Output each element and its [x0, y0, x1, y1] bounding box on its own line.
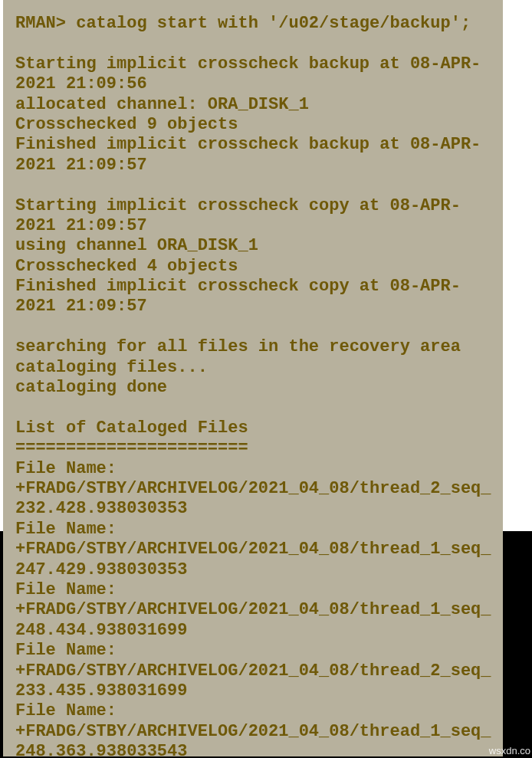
allocated-channel: allocated channel: ORA_DISK_1	[15, 95, 309, 114]
file-path-1: +FRADG/STBY/ARCHIVELOG/2021_04_08/thread…	[15, 479, 491, 518]
using-channel: using channel ORA_DISK_1	[15, 236, 258, 255]
cataloging-files: cataloging files...	[15, 358, 208, 377]
file-name-label: File Name:	[15, 580, 126, 599]
crosscheck-copy-finish: Finished implicit crosscheck copy at 08-…	[15, 277, 461, 316]
crosschecked-count-9: Crosschecked 9 objects	[15, 115, 238, 134]
crosscheck-copy-start: Starting implicit crosscheck copy at 08-…	[15, 196, 461, 235]
file-path-3: +FRADG/STBY/ARCHIVELOG/2021_04_08/thread…	[15, 600, 491, 639]
file-name-label: File Name:	[15, 520, 126, 539]
file-name-label: File Name:	[15, 701, 126, 720]
file-name-label: File Name:	[15, 459, 126, 478]
file-path-5: +FRADG/STBY/ARCHIVELOG/2021_04_08/thread…	[15, 722, 491, 758]
file-path-2: +FRADG/STBY/ARCHIVELOG/2021_04_08/thread…	[15, 540, 491, 579]
crosscheck-backup-start: Starting implicit crosscheck backup at 0…	[15, 54, 481, 94]
crosschecked-count-4: Crosschecked 4 objects	[15, 257, 238, 276]
screenshot-frame: RMAN> catalog start with '/u02/stage/bac…	[0, 0, 532, 758]
rman-prompt-line: RMAN> catalog start with '/u02/stage/bac…	[15, 14, 471, 33]
rman-terminal-output: RMAN> catalog start with '/u02/stage/bac…	[3, 0, 503, 756]
cataloged-list-header: List of Cataloged Files	[15, 418, 248, 438]
file-name-label: File Name:	[15, 641, 126, 660]
crosscheck-backup-finish: Finished implicit crosscheck backup at 0…	[15, 135, 481, 174]
cataloging-done: cataloging done	[15, 378, 167, 397]
watermark-text: wsxdn.co	[489, 745, 530, 756]
file-path-4: +FRADG/STBY/ARCHIVELOG/2021_04_08/thread…	[15, 661, 491, 701]
searching-files: searching for all files in the recovery …	[15, 337, 461, 356]
separator-line: =======================	[15, 438, 248, 458]
